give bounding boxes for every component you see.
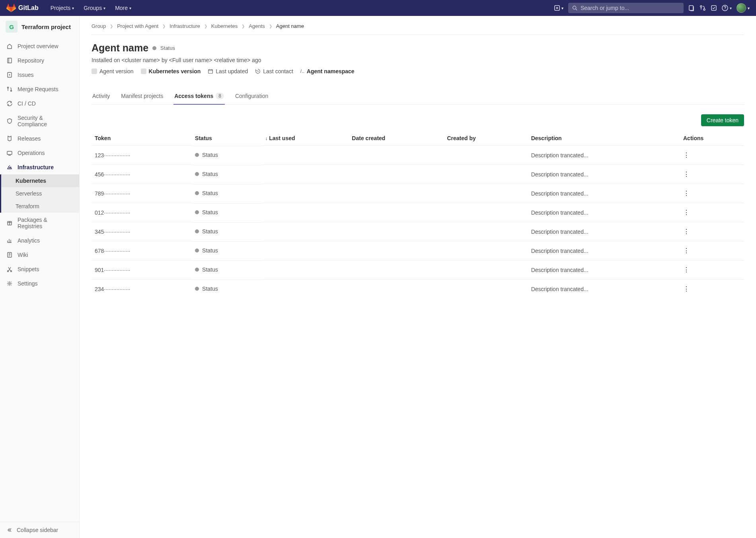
row-actions-button[interactable]: ⋮ [683,286,689,292]
user-menu[interactable]: ▾ [737,3,750,13]
sidebar-item-releases[interactable]: Releases [0,131,79,146]
breadcrumb-item[interactable]: Project with Agent [117,23,158,29]
column-header[interactable]: Token [92,131,192,146]
breadcrumb-item[interactable]: Group [92,23,106,29]
mr-shortcut-icon[interactable] [699,5,706,11]
sidebar-project-header[interactable]: G Terraform project [0,16,79,37]
project-name: Terraform project [21,23,71,30]
search-box[interactable] [568,3,684,13]
tab-configuration[interactable]: Configuration [234,88,269,105]
cell-last-used [262,165,349,184]
sidebar-item-project-overview[interactable]: Project overview [0,39,79,53]
sidebar-item-security-compliance[interactable]: Security & Compliance [0,111,79,131]
namespace-chip[interactable]: /..Agent namespace [300,68,355,74]
svg-point-17 [11,271,12,272]
status-dot-icon [195,210,199,214]
sidebar-item-wiki[interactable]: Wiki [0,248,79,262]
sidebar-item-label: CI / CD [18,100,36,107]
column-header[interactable]: ↓ Last used [262,131,349,146]
sidebar-item-label: Settings [18,280,38,287]
cell-last-used [262,146,349,165]
create-token-button[interactable]: Create token [701,114,744,126]
sidebar-subitem-serverless[interactable]: Serverless [1,187,79,200]
chevron-right-icon: ❯ [162,24,166,28]
row-actions-button[interactable]: ⋮ [683,209,689,216]
cell-status: Status [192,165,262,183]
ops-icon [6,150,13,156]
analytics-icon [6,237,13,244]
column-header[interactable]: Date created [349,131,444,146]
gitlab-logo[interactable]: GitLab [6,4,39,12]
cell-token: 456················· [92,165,192,184]
help-icon[interactable]: ▾ [722,5,732,11]
row-actions-button[interactable]: ⋮ [683,266,689,273]
nav-groups[interactable]: Groups▾ [80,2,109,14]
sidebar-item-analytics[interactable]: Analytics [0,233,79,248]
collapse-sidebar-button[interactable]: Collapse sidebar [0,522,79,538]
tabs: ActivityManifest projectsAccess tokens8C… [92,88,744,105]
chevron-right-icon: ❯ [269,24,272,28]
navbar: GitLab Projects▾ Groups▾ More▾ ▾ ▾ ▾ [0,0,756,16]
sidebar-item-label: Releases [18,135,41,142]
tab-access-tokens[interactable]: Access tokens8 [173,88,225,105]
table-row: 678·················StatusDescription tr… [92,241,744,260]
sidebar-item-snippets[interactable]: Snippets [0,262,79,276]
sidebar-subitem-terraform[interactable]: Terraform [1,200,79,213]
search-input[interactable] [581,5,680,11]
tab-manifest-projects[interactable]: Manifest projects [120,88,164,105]
cell-status: Status [192,146,262,164]
table-row: 234·················StatusDescription tr… [92,280,744,299]
svg-point-18 [9,283,10,284]
svg-point-9 [9,74,10,76]
sidebar-item-label: Issues [18,72,33,78]
sidebar-item-issues[interactable]: Issues [0,68,79,82]
breadcrumb-item[interactable]: Kubernetes [211,23,238,29]
sidebar-item-merge-requests[interactable]: Merge Requests [0,82,79,96]
sidebar-item-ci-cd[interactable]: CI / CD [0,96,79,111]
sort-down-icon: ↓ [265,136,267,141]
sidebar-item-infrastructure[interactable]: Infrastructure [0,160,79,174]
sidebar-item-repository[interactable]: Repository [0,53,79,68]
sidebar-item-label: Repository [18,57,44,64]
breadcrumb-item[interactable]: Infrastructure [170,23,200,29]
cell-last-used [262,203,349,222]
sidebar-item-settings[interactable]: Settings [0,276,79,291]
column-header[interactable]: Status [192,131,262,146]
chevron-right-icon: ❯ [242,24,245,28]
cell-status: Status [192,184,262,202]
new-menu-button[interactable]: ▾ [554,5,563,11]
column-header[interactable]: Description [528,131,680,146]
svg-point-11 [11,90,12,92]
tab-activity[interactable]: Activity [92,88,111,105]
nav-more[interactable]: More▾ [111,2,135,14]
cell-token: 678················· [92,241,192,260]
status-text: Status [160,45,175,51]
avatar [737,3,746,13]
nav-projects[interactable]: Projects▾ [47,2,78,14]
cell-created-by [444,184,528,203]
sidebar-item-operations[interactable]: Operations [0,146,79,160]
todos-icon[interactable] [711,5,717,11]
breadcrumb-item[interactable]: Agents [249,23,265,29]
row-actions-button[interactable]: ⋮ [683,171,689,178]
sidebar-item-packages-registries[interactable]: Packages & Registries [0,213,79,233]
row-actions-button[interactable]: ⋮ [683,228,689,235]
svg-rect-12 [7,151,12,155]
sidebar-subitem-kubernetes[interactable]: Kubernetes [1,174,79,187]
chevron-right-icon: ❯ [204,24,207,28]
table-row: 345·················StatusDescription tr… [92,222,744,241]
issues-shortcut-icon[interactable] [688,5,695,11]
row-actions-button[interactable]: ⋮ [683,190,689,197]
chevron-down-icon: ▾ [748,6,750,10]
column-header[interactable]: Created by [444,131,528,146]
column-header[interactable]: Actions [680,131,744,146]
sidebar-item-label: Wiki [18,252,28,258]
project-avatar: G [6,21,18,33]
last-contact-chip: Last contact [255,68,293,74]
row-actions-button[interactable]: ⋮ [683,152,689,158]
settings-icon [6,280,13,287]
tokens-table: TokenStatus↓ Last usedDate createdCreate… [92,131,744,298]
breadcrumb-item: Agent name [276,23,304,29]
cell-description: Description trancated... [528,146,680,165]
row-actions-button[interactable]: ⋮ [683,247,689,254]
